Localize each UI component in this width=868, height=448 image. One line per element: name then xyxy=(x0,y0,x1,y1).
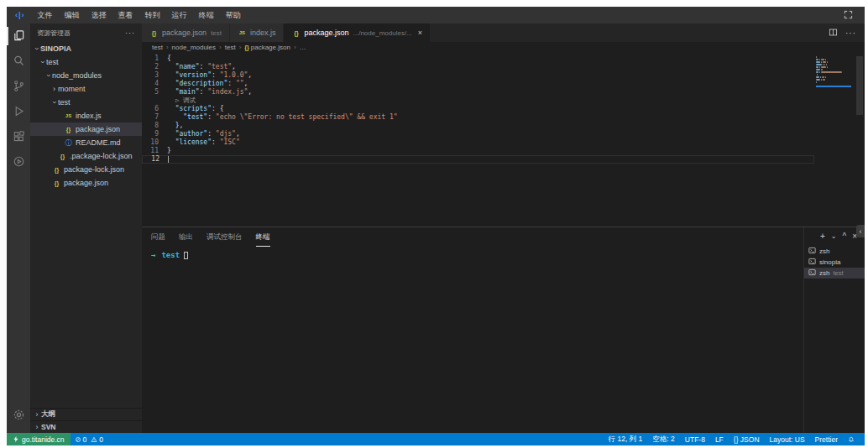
menu-item-7[interactable]: 终端 xyxy=(193,7,220,23)
code-editor[interactable]: 1{2 "name": "test",3 "version": "1.0.0",… xyxy=(142,53,865,227)
tree-item-package.json[interactable]: {}package.json xyxy=(30,176,142,190)
line-number: 2 xyxy=(142,63,167,71)
status-item-5[interactable]: {} JSON xyxy=(729,435,765,445)
notifications-button[interactable] xyxy=(843,436,860,443)
json-file-icon: {} xyxy=(291,30,301,36)
new-terminal-button[interactable]: + xyxy=(820,232,825,241)
tree-item-label: package-lock.json xyxy=(64,165,124,174)
close-tab-icon[interactable]: × xyxy=(418,29,422,37)
menu-item-8[interactable]: 帮助 xyxy=(220,7,247,23)
status-item-4[interactable]: LF xyxy=(710,435,729,445)
editor-tab-1[interactable]: {}package.jsontest xyxy=(142,23,229,42)
minimap-line xyxy=(816,69,854,70)
editor-tab-2[interactable]: JSindex.js xyxy=(230,23,284,42)
panel-tab-4[interactable]: 终端 xyxy=(256,229,270,247)
terminal-list-item-2[interactable]: sinopia xyxy=(804,257,865,268)
editor-tab-3[interactable]: {}package.json.../node_modules/...× xyxy=(284,23,430,42)
breadcrumb-item-4[interactable]: {}package.json xyxy=(244,44,290,51)
maximize-panel-button[interactable]: ^ xyxy=(842,232,846,241)
status-item-7[interactable]: Prettier xyxy=(810,435,843,445)
terminal-list-item-1[interactable]: zsh xyxy=(804,246,865,257)
token: "name" xyxy=(175,63,200,70)
menu-item-5[interactable]: 转到 xyxy=(139,7,166,23)
terminal-dropdown-button[interactable]: ⌄ xyxy=(831,232,837,241)
editor-scrollbar[interactable] xyxy=(855,53,865,227)
prompt-cwd: test xyxy=(161,251,180,259)
code-line-3: 3 "version": "1.0.0", xyxy=(142,71,814,80)
token xyxy=(167,71,175,79)
status-item-1[interactable]: 行 12, 列 1 xyxy=(604,435,648,445)
remote-indicator[interactable]: go.titanide.cn xyxy=(7,433,71,445)
problems-indicator[interactable]: 0 0 xyxy=(71,435,107,444)
tree-item-package.json[interactable]: {}package.json xyxy=(30,122,142,136)
tree-item-README.md[interactable]: ⓘREADME.md xyxy=(30,136,142,149)
breadcrumb-item-1[interactable]: test xyxy=(152,44,163,51)
activity-timer[interactable] xyxy=(7,149,30,175)
activity-explorer[interactable] xyxy=(7,23,30,49)
tree-item-nodemodules[interactable]: ›node_modules xyxy=(30,69,142,82)
editor-tab-bar: {}package.jsontestJSindex.js{}package.js… xyxy=(142,23,865,42)
status-item-6[interactable]: Layout: US xyxy=(765,435,810,445)
token: : xyxy=(207,130,216,138)
status-item-2[interactable]: 空格: 2 xyxy=(647,435,679,445)
tree-item-index.js[interactable]: JSindex.js xyxy=(30,109,142,122)
token: : xyxy=(227,80,236,87)
panel-collapse-chevron[interactable]: ‹ xyxy=(856,225,865,237)
code-line-6: 6 "scripts": { xyxy=(142,105,814,113)
status-item-3[interactable]: UTF-8 xyxy=(680,435,710,445)
menu-item-6[interactable]: 运行 xyxy=(166,7,193,23)
panel-tab-1[interactable]: 问题 xyxy=(151,229,165,246)
sidebar-section-大纲[interactable]: ›大纲 xyxy=(30,408,142,420)
token: : xyxy=(200,88,208,96)
terminal-output[interactable]: → test xyxy=(142,247,803,433)
breadcrumb-item-2[interactable]: node_modules xyxy=(172,44,216,51)
sidebar-section-SVN[interactable]: ›SVN xyxy=(30,420,142,433)
minimap[interactable] xyxy=(816,56,854,87)
tree-item-.package-lock.json[interactable]: {}.package-lock.json xyxy=(30,149,142,163)
panel-tab-3[interactable]: 调试控制台 xyxy=(207,229,243,246)
minimap-line xyxy=(816,76,854,78)
editor-tabs: {}package.jsontestJSindex.js{}package.js… xyxy=(142,23,431,42)
activity-extensions[interactable] xyxy=(7,124,30,149)
explorer-more-actions[interactable]: ··· xyxy=(125,29,135,37)
json-file-icon: {} xyxy=(64,127,73,133)
breadcrumb-item-3[interactable]: test xyxy=(225,44,236,51)
tab-label: index.js xyxy=(250,29,276,37)
tree-item-package-lock.json[interactable]: {}package-lock.json xyxy=(30,163,142,176)
token: : { xyxy=(212,105,223,112)
line-content: "scripts": { xyxy=(167,105,223,113)
tree-item-moment[interactable]: ›moment xyxy=(30,82,142,96)
menu-item-1[interactable]: 文件 xyxy=(32,7,59,23)
token: , xyxy=(232,63,236,70)
panel-tab-2[interactable]: 输出 xyxy=(179,229,193,246)
warning-count: 0 xyxy=(99,435,103,444)
menu-item-4[interactable]: 查看 xyxy=(112,7,139,23)
code-line-1: 1{ xyxy=(142,55,814,63)
activity-run-debug[interactable] xyxy=(7,99,30,124)
terminal-item-label: sinopia xyxy=(819,258,840,266)
line-number: 10 xyxy=(142,138,167,147)
tree-item-test[interactable]: ›test xyxy=(30,96,142,109)
menu-item-3[interactable]: 选择 xyxy=(86,7,112,23)
minimap-line xyxy=(816,59,854,60)
files-icon xyxy=(13,29,25,44)
tree-item-SINOPIA[interactable]: ›SINOPIA xyxy=(30,42,142,55)
split-editor-icon[interactable] xyxy=(829,28,838,39)
token: "ISC" xyxy=(220,138,240,146)
codelens-debug[interactable]: ▷ 调试 xyxy=(142,96,814,105)
minimap-cursor-line xyxy=(816,86,851,87)
settings-button[interactable] xyxy=(7,403,30,428)
tree-item-test[interactable]: ›test xyxy=(30,55,142,69)
breadcrumb-label: node_modules xyxy=(172,44,216,51)
extensions-icon xyxy=(13,130,25,144)
terminal-cursor xyxy=(184,252,188,259)
customize-layout-icon[interactable] xyxy=(844,10,853,21)
terminal-list-item-3[interactable]: zshtest xyxy=(804,268,865,279)
breadcrumb-item-5[interactable]: … xyxy=(300,44,306,51)
prompt-arrow: → xyxy=(151,251,155,259)
menu-item-2[interactable]: 编辑 xyxy=(59,7,86,23)
editor-more-actions[interactable]: ··· xyxy=(845,29,856,38)
activity-source-control[interactable] xyxy=(7,74,30,99)
activity-search[interactable] xyxy=(7,49,30,74)
token xyxy=(167,113,183,121)
